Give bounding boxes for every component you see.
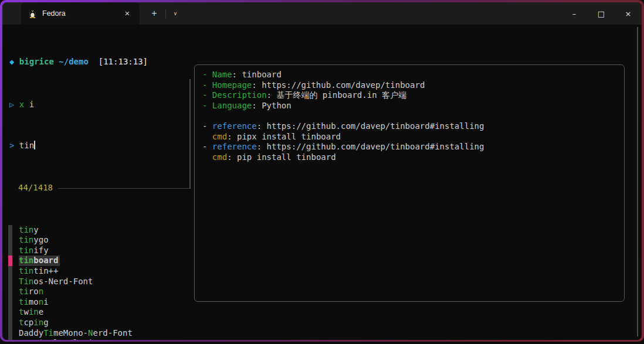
plain-text: tin++ bbox=[33, 266, 58, 275]
plain-text: Daddy bbox=[19, 328, 43, 338]
preview-line: - reference: https://github.com/davep/ti… bbox=[202, 121, 621, 132]
preview-text: 基于终端的 pinboard.in 客户端 bbox=[276, 90, 406, 100]
result-row[interactable]: tiron bbox=[8, 287, 191, 297]
plain-text: erd-Font bbox=[93, 328, 132, 338]
preview-text bbox=[202, 132, 212, 141]
result-row[interactable]: terminal_velocity bbox=[8, 338, 191, 340]
match-highlight: n bbox=[39, 287, 43, 296]
gutter bbox=[8, 266, 12, 277]
result-label: tinboard bbox=[19, 256, 60, 266]
result-label: timoni bbox=[19, 297, 49, 308]
plain-text: e bbox=[39, 307, 43, 316]
preview-text: - bbox=[202, 142, 212, 151]
match-highlight: Ti bbox=[43, 328, 53, 338]
match-highlight: in bbox=[39, 338, 49, 340]
plain-text: ygo bbox=[33, 235, 48, 244]
plain-text: ify bbox=[33, 246, 48, 255]
result-label: Tinos-Nerd-Font bbox=[19, 277, 93, 287]
gutter bbox=[8, 225, 12, 236]
preview-line: cmd: pipx install tinboard bbox=[202, 132, 621, 142]
preview-key: cmd bbox=[212, 152, 227, 162]
match-highlight: in bbox=[33, 318, 43, 327]
tab-title: Fedora bbox=[42, 9, 121, 18]
result-row[interactable]: DaddyTimeMono-Nerd-Font bbox=[8, 328, 191, 339]
fzf-query-input[interactable]: tin bbox=[14, 141, 34, 150]
result-row[interactable]: tiny bbox=[8, 225, 191, 236]
plain-text: al_velocity bbox=[49, 338, 103, 340]
preview-text: https://github.com/davep/tinboard bbox=[262, 80, 425, 90]
preview-content: - Name: tinboard- Homepage: https://gith… bbox=[202, 70, 621, 162]
plain-text: os-Nerd-Font bbox=[33, 277, 93, 286]
preview-key: cmd bbox=[212, 132, 227, 141]
preview-text: tinboard bbox=[242, 70, 281, 79]
gutter bbox=[8, 338, 12, 340]
preview-line: - Description: 基于终端的 pinboard.in 客户端 bbox=[202, 90, 621, 101]
new-tab-button[interactable]: + bbox=[147, 6, 162, 21]
preview-key: reference bbox=[212, 142, 257, 151]
list-scrollbar[interactable] bbox=[189, 79, 191, 188]
match-highlight: tin bbox=[19, 256, 33, 265]
result-row[interactable]: Tinos-Nerd-Font bbox=[8, 277, 191, 287]
tabbar-divider bbox=[165, 9, 166, 18]
prompt-user: bigrice bbox=[14, 57, 53, 66]
titlebar[interactable]: Fedora × + ∨ – □ × bbox=[2, 2, 642, 25]
terminal-window: Fedora × + ∨ – □ × ◆ bigrice ~/demo [11:… bbox=[2, 2, 642, 340]
plain-text: erm bbox=[23, 338, 38, 340]
preview-text: pip install tinboard bbox=[237, 152, 336, 162]
result-label: terminal_velocity bbox=[19, 338, 103, 340]
preview-text: Python bbox=[262, 101, 292, 110]
preview-text: : bbox=[227, 132, 237, 141]
command-name: x bbox=[14, 100, 24, 109]
text-cursor bbox=[34, 141, 35, 149]
window-controls: – □ × bbox=[561, 2, 642, 25]
tab-close-icon[interactable]: × bbox=[121, 7, 134, 20]
match-highlight: in bbox=[29, 307, 39, 316]
result-row[interactable]: timoni bbox=[8, 297, 191, 308]
linux-tux-icon bbox=[28, 9, 37, 18]
terminal-canvas[interactable]: ◆ bigrice ~/demo [11:13:13] ▷ x i > tin … bbox=[2, 25, 642, 340]
result-label: twine bbox=[19, 307, 43, 318]
result-label: tinygo bbox=[19, 235, 49, 246]
plain-text: meMono- bbox=[53, 328, 88, 338]
pointer-marker bbox=[8, 256, 12, 266]
result-row-selected[interactable]: tinboard bbox=[8, 256, 191, 266]
result-label: tiny bbox=[19, 225, 39, 236]
result-row[interactable]: tinify bbox=[8, 246, 191, 256]
close-button[interactable]: × bbox=[615, 2, 642, 25]
plain-text: g bbox=[43, 318, 48, 327]
preview-key: - Language bbox=[202, 101, 252, 110]
preview-line bbox=[202, 111, 621, 121]
result-row[interactable]: tcping bbox=[8, 318, 191, 328]
result-row[interactable]: tinygo bbox=[8, 235, 191, 246]
tab-fedora[interactable]: Fedora × bbox=[21, 2, 140, 25]
plain-text: ro bbox=[29, 287, 39, 296]
minimize-button[interactable]: – bbox=[561, 2, 588, 25]
preview-line: - Homepage: https://github.com/davep/tin… bbox=[202, 80, 621, 91]
result-list: tinytinygotinifytinboardtintin++Tinos-Ne… bbox=[8, 225, 191, 340]
preview-key: - Description bbox=[202, 90, 267, 100]
gutter bbox=[8, 277, 12, 287]
tab-dropdown-icon[interactable]: ∨ bbox=[168, 6, 183, 21]
terminal-scrollbar[interactable] bbox=[637, 27, 638, 336]
match-counter: 44/1418 bbox=[18, 183, 53, 193]
command-line: ▷ x i bbox=[8, 100, 191, 110]
preview-text: : bbox=[252, 101, 262, 110]
result-row[interactable]: twine bbox=[8, 307, 191, 318]
preview-line: cmd: pip install tinboard bbox=[202, 152, 621, 163]
maximize-button[interactable]: □ bbox=[588, 2, 615, 25]
gutter bbox=[8, 307, 12, 318]
plain-text: y bbox=[33, 225, 38, 234]
gutter bbox=[8, 328, 12, 339]
result-label: tcping bbox=[19, 318, 49, 328]
preview-key: - Name bbox=[202, 70, 232, 79]
plain-text: w bbox=[23, 307, 28, 316]
prompt-path: ~/demo bbox=[54, 57, 89, 66]
match-highlight: ti bbox=[19, 297, 29, 306]
preview-key: - Homepage bbox=[202, 80, 252, 90]
result-row[interactable]: tintin++ bbox=[8, 266, 191, 277]
gutter bbox=[8, 318, 12, 328]
preview-text: : bbox=[232, 70, 242, 79]
preview-line: - reference: https://github.com/davep/ti… bbox=[202, 142, 621, 152]
plain-text: i bbox=[43, 297, 48, 306]
fzf-query-line[interactable]: > tin bbox=[8, 141, 191, 151]
